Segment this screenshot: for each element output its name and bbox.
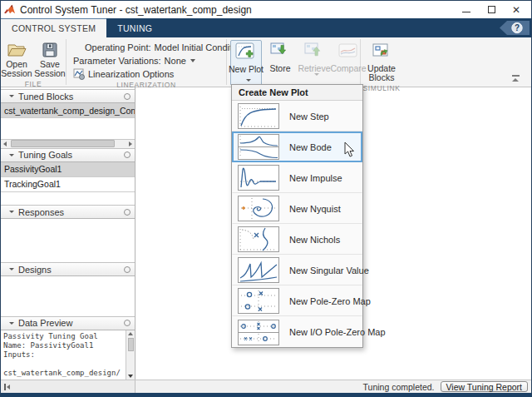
linearization-section-label: LINEARIZATION: [66, 81, 226, 91]
mouse-cursor-icon: [344, 141, 355, 157]
impulse-plot-icon: [238, 165, 279, 191]
panel-options-icon[interactable]: [124, 151, 131, 158]
panel-header-tuned-blocks[interactable]: Tuned Blocks: [1, 89, 135, 103]
data-preview-text: Passivity Tuning Goal Name: PassivityGoa…: [1, 330, 126, 380]
panel-options-icon[interactable]: [124, 93, 131, 100]
tab-control-system[interactable]: CONTROL SYSTEM: [1, 18, 106, 37]
panel-tuned-blocks: Tuned Blocks cst_watertank_comp_design_C…: [1, 89, 135, 148]
panel-collapse-icon[interactable]: [9, 268, 14, 270]
singular-value-plot-icon: [238, 257, 279, 283]
menu-item-new-bode[interactable]: New Bode: [232, 132, 362, 162]
save-session-button[interactable]: Save Session: [34, 40, 66, 80]
help-icon: ?: [500, 21, 530, 35]
sidebar-hscrollbar[interactable]: [1, 380, 135, 393]
help-button[interactable]: ?: [500, 18, 530, 37]
menu-item-new-io-pole-zero-map[interactable]: New I/O Pole-Zero Map: [232, 316, 362, 347]
menu-item-label: New Pole-Zero Map: [289, 296, 371, 306]
tab-tuning[interactable]: TUNING: [106, 18, 163, 37]
scrollbar-thumb[interactable]: [128, 338, 134, 351]
panel-title: Data Preview: [18, 318, 124, 328]
collapse-up-icon: [512, 78, 519, 82]
panel-title: Designs: [18, 265, 124, 275]
nyquist-plot-icon: [238, 196, 279, 221]
title-bar: Control System Tuner - cst_watertank_com…: [1, 1, 531, 18]
chevron-down-icon: [314, 73, 319, 76]
save-session-label: Save Session: [32, 60, 68, 78]
panel-designs: Designs: [1, 262, 135, 316]
simulink-section-label: SIMULINK: [361, 84, 402, 94]
pole-zero-map-icon: [238, 288, 279, 314]
store-label: Store: [262, 64, 298, 73]
save-icon: [42, 42, 58, 58]
menu-item-new-step[interactable]: New Step: [232, 101, 362, 132]
menu-item-new-pole-zero-map[interactable]: New Pole-Zero Map: [232, 285, 362, 316]
panel-collapse-icon[interactable]: [9, 154, 14, 156]
scroll-left-icon[interactable]: [1, 141, 9, 146]
linearization-options-icon: [73, 68, 85, 80]
nichols-plot-icon: [238, 226, 279, 252]
panel-header-tuning-goals[interactable]: Tuning Goals: [1, 148, 135, 162]
menu-item-label: New Nichols: [289, 235, 340, 245]
store-icon: [269, 42, 291, 62]
panel-options-icon[interactable]: [124, 320, 131, 326]
list-item-tuning-goal[interactable]: TrackingGoal1: [1, 177, 135, 192]
compare-icon: [337, 42, 359, 62]
maximize-icon[interactable]: [486, 5, 496, 15]
svg-text:?: ?: [515, 23, 520, 32]
window-title: Control System Tuner - cst_watertank_com…: [20, 4, 461, 16]
tab-control-system-label: CONTROL SYSTEM: [12, 23, 96, 33]
minimize-ribbon-button[interactable]: [510, 75, 521, 83]
create-new-plot-menu: Create New Plot New Step New Bode: [231, 84, 363, 348]
new-plot-button[interactable]: New Plot: [230, 40, 262, 86]
file-section-label: FILE: [1, 80, 66, 90]
parameter-variations-value: None: [165, 56, 186, 66]
scroll-right-icon[interactable]: [126, 141, 135, 146]
operating-point-label: Operating Point:: [85, 42, 151, 52]
menu-item-new-nichols[interactable]: New Nichols: [232, 224, 362, 255]
scrollbar-thumb[interactable]: [11, 140, 115, 147]
panel-collapse-icon[interactable]: [9, 211, 14, 213]
panel-options-icon[interactable]: [124, 209, 131, 216]
panel-data-preview: Data Preview Passivity Tuning Goal Name:…: [1, 316, 135, 380]
panel-title: Responses: [18, 207, 124, 217]
new-plot-label: New Plot: [228, 65, 264, 83]
menu-item-label: New Singular Value: [289, 265, 369, 275]
chevron-down-icon: [246, 79, 251, 82]
scroll-down-icon[interactable]: [128, 375, 133, 378]
horizontal-scrollbar[interactable]: [1, 139, 135, 148]
menu-item-label: New Step: [289, 112, 329, 122]
store-button[interactable]: Store: [264, 40, 296, 75]
update-blocks-button[interactable]: Update Blocks: [362, 40, 401, 84]
open-session-button[interactable]: Open Session: [1, 40, 32, 80]
menu-item-label: New Nyquist: [289, 204, 341, 214]
tab-tuning-label: TUNING: [117, 23, 152, 33]
minimize-icon[interactable]: [461, 5, 471, 15]
status-bar: Tuning completed. View Tuning Report: [1, 380, 531, 393]
app-window: Control System Tuner - cst_watertank_com…: [0, 0, 532, 397]
list-item-tuned-block[interactable]: cst_watertank_comp_design_Controller: [1, 103, 135, 118]
panel-header-designs[interactable]: Designs: [1, 262, 135, 276]
matlab-logo-icon: [4, 4, 16, 15]
panel-collapse-icon[interactable]: [9, 322, 14, 325]
compare-button: Compare: [332, 40, 364, 75]
panel-tuning-goals: Tuning Goals PassivityGoal1 TrackingGoal…: [1, 148, 135, 206]
menu-item-new-impulse[interactable]: New Impulse: [232, 162, 362, 193]
panel-options-icon[interactable]: [124, 266, 131, 273]
menu-item-new-singular-value[interactable]: New Singular Value: [232, 255, 362, 285]
update-blocks-label: Update Blocks: [363, 64, 400, 82]
close-icon[interactable]: ✕: [511, 5, 521, 15]
open-session-label: Open Session: [0, 60, 35, 78]
view-tuning-report-button[interactable]: View Tuning Report: [441, 381, 528, 392]
menu-item-new-nyquist[interactable]: New Nyquist: [232, 193, 362, 224]
vertical-scrollbar[interactable]: [126, 330, 135, 380]
panel-header-responses[interactable]: Responses: [1, 205, 135, 219]
list-item-tuning-goal[interactable]: PassivityGoal1: [1, 162, 135, 177]
panel-collapse-icon[interactable]: [9, 95, 14, 97]
scroll-up-icon[interactable]: [128, 332, 133, 335]
bode-plot-icon: [238, 134, 279, 160]
panel-responses: Responses: [1, 205, 135, 262]
scroll-home-icon: [4, 384, 6, 390]
panel-title: Tuned Blocks: [18, 92, 124, 102]
panel-header-data-preview[interactable]: Data Preview: [1, 316, 135, 330]
scroll-left-icon: [7, 385, 10, 390]
